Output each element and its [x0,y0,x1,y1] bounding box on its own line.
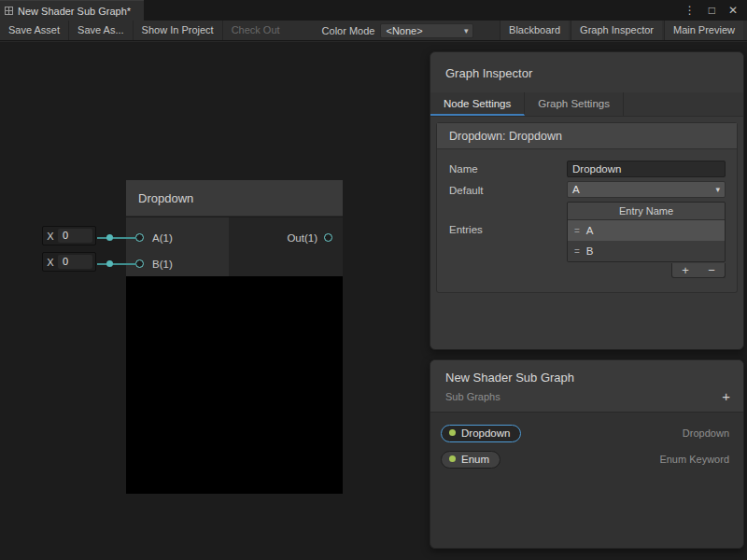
inspector-tabs: Node Settings Graph Settings [430,92,743,117]
default-dropdown[interactable]: A ▾ [567,181,726,198]
blackboard-row-dropdown: Dropdown Dropdown [430,420,743,446]
show-in-project-button[interactable]: Show In Project [134,21,223,40]
property-type: Enum Keyword [659,454,729,465]
port-label-b: B(1) [152,258,173,271]
input-port-a[interactable] [135,233,144,242]
check-out-button: Check Out [223,21,289,40]
entry-row-b[interactable]: = B [568,241,725,261]
graph-inspector-toggle-button[interactable]: Graph Inspector [571,21,662,40]
node-header[interactable]: Dropdown [126,180,343,217]
default-label: Default [449,183,567,196]
port-label-out: Out(1) [271,231,317,245]
shader-graph-window: New Shader Sub Graph* ⋮ □ ✕ Save Asset S… [0,0,747,560]
blackboard-panel: New Shader Sub Graph Sub Graphs + Dropdo… [430,359,744,549]
node-settings-section: Dropdown: Dropdown Name Default A ▾ [436,122,738,293]
toolbar: Save Asset Save As... Show In Project Ch… [0,21,747,41]
port-label-a: A(1) [152,231,173,245]
entry-row-a[interactable]: = A [568,220,725,241]
window-tab-bar: New Shader Sub Graph* ⋮ □ ✕ [0,0,747,21]
axis-label: X [43,257,58,268]
add-entry-button[interactable]: + [682,264,689,277]
property-name: Dropdown [461,427,510,439]
value-field-b[interactable]: 0 [58,255,92,269]
close-icon[interactable]: ✕ [728,4,738,17]
entries-header: Entry Name [568,203,725,220]
blackboard-items: Dropdown Dropdown Enum Enum Keyword [430,413,743,472]
entries-label: Entries [449,202,567,235]
graph-inspector-title: Graph Inspector [430,52,743,92]
entries-add-remove: + − [671,263,726,278]
default-dropdown-value: A [572,184,580,195]
input-port-b[interactable] [135,259,144,268]
chevron-down-icon: ▾ [715,185,720,194]
edge-dot-b [106,260,113,267]
menu-icon[interactable]: ⋮ [684,4,696,17]
save-as-button[interactable]: Save As... [69,21,134,40]
edge-dot-a [106,234,113,241]
blackboard-toggle-button[interactable]: Blackboard [500,21,569,40]
property-dot-icon [449,455,456,462]
section-title: Dropdown: Dropdown [437,123,737,149]
entries-footer: + − [567,263,726,278]
tab-title: New Shader Sub Graph* [18,6,131,17]
node-input-column [126,217,229,276]
color-mode-dropdown[interactable]: <None> ▾ [380,23,473,38]
inline-input-a[interactable]: X 0 [42,226,96,245]
property-name: Enum [461,454,489,465]
property-pill-enum[interactable]: Enum [441,451,500,469]
default-field-row: Default A ▾ [449,180,726,199]
entry-name: A [586,225,594,236]
name-label: Name [449,161,567,175]
entries-list: Entry Name = A = B [567,202,726,262]
save-asset-button[interactable]: Save Asset [0,21,69,40]
color-mode-value: <None> [386,25,422,36]
tab-node-settings[interactable]: Node Settings [430,92,525,116]
main-preview-toggle-button[interactable]: Main Preview [664,21,743,40]
shader-graph-icon [5,7,13,15]
property-dot-icon [449,429,456,436]
window-controls: ⋮ □ ✕ [684,0,747,21]
toolbar-right-group: Blackboard Graph Inspector Main Preview [498,21,747,40]
edge-a [97,237,136,239]
blackboard-row-enum: Enum Enum Keyword [430,446,743,472]
edge-b [97,263,136,265]
tab-graph-settings[interactable]: Graph Settings [525,92,624,116]
axis-label: X [43,231,58,242]
value-field-a[interactable]: 0 [58,229,92,243]
blackboard-header: New Shader Sub Graph Sub Graphs + [430,360,743,413]
chevron-down-icon: ▾ [464,26,469,35]
graph-inspector-panel: Graph Inspector Node Settings Graph Sett… [430,51,744,350]
maximize-icon[interactable]: □ [709,4,715,17]
node-preview [126,276,343,494]
section-body: Name Default A ▾ Entries [437,149,737,292]
name-field-row: Name [449,159,726,177]
property-pill-dropdown[interactable]: Dropdown [441,425,521,442]
remove-entry-button[interactable]: − [708,264,715,277]
drag-handle-icon[interactable]: = [574,226,580,236]
output-port-out[interactable] [324,233,332,242]
blackboard-subtitle: Sub Graphs [445,391,728,402]
drag-handle-icon[interactable]: = [574,246,580,257]
blackboard-title: New Shader Sub Graph [445,371,728,385]
entries-field-row: Entries Entry Name = A = B [449,202,726,278]
property-type: Dropdown [683,427,729,439]
entry-name: B [586,245,594,257]
inline-input-b[interactable]: X 0 [42,252,96,272]
name-input[interactable] [567,161,726,177]
color-mode-label: Color Mode [317,25,381,36]
add-property-button[interactable]: + [722,388,730,404]
document-tab[interactable]: New Shader Sub Graph* [0,0,144,21]
